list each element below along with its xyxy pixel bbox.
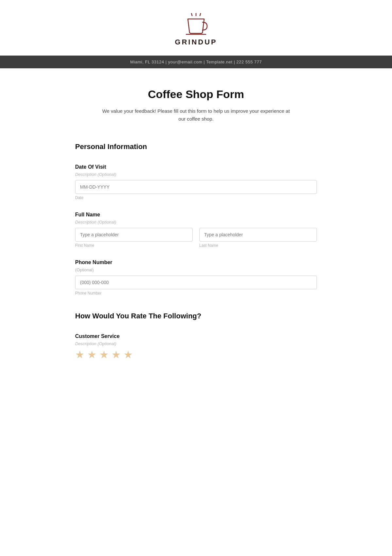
info-bar: Miami, FL 33124 | your@email.com | Templ… xyxy=(0,56,392,68)
svg-line-0 xyxy=(191,13,192,16)
logo-container: GRINDUP xyxy=(175,13,217,46)
phone-number-input[interactable] xyxy=(75,276,317,289)
date-subtext: Date xyxy=(75,195,317,200)
rating-section: How Would You Rate The Following? Custom… xyxy=(75,312,317,360)
customer-service-description: Description (Optional) xyxy=(75,341,317,346)
full-name-label: Full Name xyxy=(75,212,317,218)
first-name-input[interactable] xyxy=(75,228,193,242)
star-3[interactable]: ★ xyxy=(99,349,109,360)
rating-section-heading: How Would You Rate The Following? xyxy=(75,312,317,320)
name-row: First Name Last Name xyxy=(75,228,317,248)
last-name-subtext: Last Name xyxy=(199,243,317,248)
customer-service-label: Customer Service xyxy=(75,333,317,339)
phone-number-label: Phone Number xyxy=(75,260,317,265)
star-1[interactable]: ★ xyxy=(75,349,85,360)
star-4[interactable]: ★ xyxy=(111,349,121,360)
date-of-visit-description: Description (Optional) xyxy=(75,172,317,177)
phone-optional-label: (Optional) xyxy=(75,267,317,272)
info-bar-text: Miami, FL 33124 | your@email.com | Templ… xyxy=(130,59,262,64)
coffee-logo-icon xyxy=(183,13,209,36)
svg-line-2 xyxy=(200,13,201,16)
star-5[interactable]: ★ xyxy=(123,349,133,360)
personal-information-section: Personal Information Date Of Visit Descr… xyxy=(75,143,317,295)
customer-service-stars[interactable]: ★ ★ ★ ★ ★ xyxy=(75,349,317,360)
date-of-visit-input[interactable] xyxy=(75,180,317,194)
main-content: Coffee Shop Form We value your feedback!… xyxy=(62,68,330,398)
first-name-col: First Name xyxy=(75,228,193,248)
form-description: We value your feedback! Please fill out … xyxy=(98,107,294,123)
date-of-visit-label: Date Of Visit xyxy=(75,164,317,170)
page-header: GRINDUP xyxy=(0,0,392,56)
last-name-col: Last Name xyxy=(199,228,317,248)
phone-number-field: Phone Number (Optional) Phone Number xyxy=(75,260,317,295)
brand-name: GRINDUP xyxy=(175,38,217,46)
star-2[interactable]: ★ xyxy=(87,349,97,360)
phone-subtext: Phone Number xyxy=(75,291,317,295)
customer-service-field: Customer Service Description (Optional) … xyxy=(75,333,317,360)
first-name-subtext: First Name xyxy=(75,243,193,248)
date-of-visit-field: Date Of Visit Description (Optional) Dat… xyxy=(75,164,317,200)
form-title: Coffee Shop Form xyxy=(75,88,317,101)
personal-info-heading: Personal Information xyxy=(75,143,317,151)
last-name-input[interactable] xyxy=(199,228,317,242)
full-name-description: Description (Optional) xyxy=(75,220,317,225)
full-name-field: Full Name Description (Optional) First N… xyxy=(75,212,317,248)
